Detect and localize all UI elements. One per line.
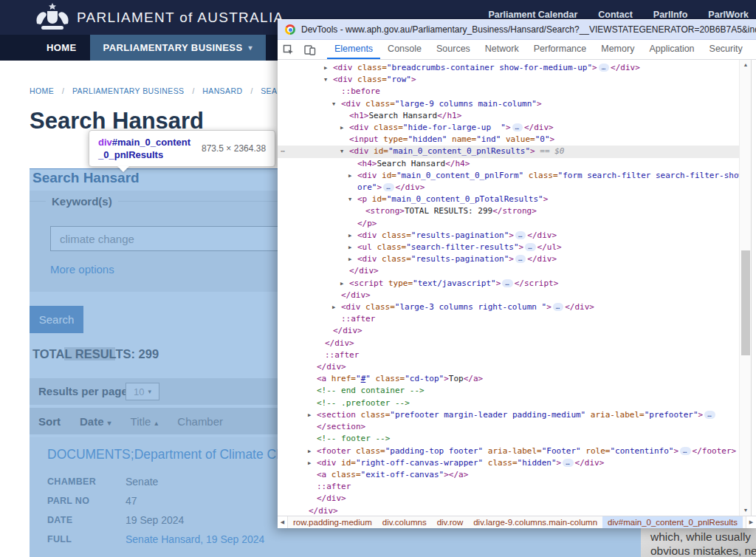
expand-arrow-icon[interactable]: ▶ [348,242,357,253]
more-options-link[interactable]: More options [50,263,114,276]
expand-arrow-icon[interactable]: ▶ [348,170,357,182]
expand-ellipsis-button[interactable]: … [553,303,563,311]
expand-ellipsis-button[interactable]: … [502,279,512,287]
devtools-breadcrumb-item[interactable]: row.padding-medium [288,516,377,528]
devtools-tree-row[interactable]: ore">…</div> [278,182,739,194]
devtools-tree-row[interactable]: ▼<div class="row"> [278,74,739,86]
devtools-tree-row[interactable]: </p> [278,218,739,230]
tab-performance[interactable]: Performance [526,40,594,59]
devtools-tree-row[interactable]: ▶<ul class="search-filter-results">…</ul… [278,242,739,253]
tab-lig[interactable]: Lig [750,40,756,59]
scroll-down-icon[interactable]: ▼ [740,505,752,516]
devtools-tree-row[interactable]: ▼<p id="main_0_content_0_pTotalResults"> [278,194,739,205]
devtools-tree-row[interactable]: ▶<script type="text/javascript">…</scrip… [278,278,739,290]
devtools-tree-row[interactable]: ▶<div class="results-pagination">…</div> [278,253,739,265]
expand-ellipsis-button[interactable]: … [512,123,523,131]
utility-link[interactable]: Parliament Calendar [488,10,577,20]
devtools-tree-row[interactable]: </div> [278,338,739,349]
expand-ellipsis-button[interactable]: … [383,183,394,191]
devtools-tree-row[interactable]: </div> [278,290,739,301]
expand-ellipsis-button[interactable]: … [599,64,609,72]
expand-ellipsis-button[interactable]: … [704,411,715,419]
devtools-breadcrumb-item[interactable]: div#main_0_content_0_pnlResults [602,516,743,528]
expand-arrow-icon[interactable]: ▶ [308,409,317,421]
expand-arrow-icon[interactable]: ▶ [340,122,349,134]
expand-arrow-icon[interactable]: ▶ [324,62,333,74]
devtools-tree-row[interactable]: ▶<footer class="padding-top footer" aria… [278,445,739,457]
tab-console[interactable]: Console [380,40,429,59]
devtools-tree-row[interactable]: ▶<div class="hide-for-large-up ">…</div> [278,122,739,134]
devtools-tree-row[interactable]: ▼<div class="large-9 columns main-column… [278,98,739,110]
devtools-tree-row[interactable]: ::after [278,313,739,325]
devtools-tree-row[interactable]: </div> [278,505,739,516]
devtools-tree-row[interactable]: ▶<div class="large-3 columns right-colum… [278,301,739,313]
devtools-scrollbar[interactable]: ▲ ▼ [739,60,751,516]
tab-elements[interactable]: Elements [327,40,380,59]
expand-ellipsis-button[interactable]: … [563,459,573,467]
utility-link[interactable]: Contact [598,10,633,20]
breadcrumb-link[interactable]: HOME [30,86,54,95]
sort-option-title[interactable]: Title▴ [131,415,159,428]
devtools-tree-row[interactable]: </div> [278,325,739,337]
nav-item-home[interactable]: HOME [33,35,90,61]
breadcrumb-link[interactable]: PARLIAMENTARY BUSINESS [72,86,185,95]
utility-link[interactable]: ParlWork [708,10,749,20]
devtools-tree-row[interactable]: <h4>Search Hansard</h4> [278,158,739,170]
scroll-up-icon[interactable]: ▲ [740,60,752,70]
devtools-tree-row[interactable]: <h1>Search Hansard</h1> [278,110,739,122]
expand-ellipsis-button[interactable]: … [525,243,535,251]
devtools-tree-row[interactable]: ::after [278,481,739,493]
expand-arrow-open-icon[interactable]: ▼ [324,74,333,86]
breadcrumb-left-arrow[interactable]: ◀ [278,516,288,528]
devtools-tree-row[interactable]: <input type="hidden" name="ind" value="0… [278,134,739,146]
sort-option-date[interactable]: Date▾ [80,415,111,428]
devtools-tree-row[interactable]: ▼<div id="main_0_content_0_pnlResults"> … [278,146,739,157]
expand-arrow-icon[interactable]: ▶ [340,278,349,290]
devtools-tree-row[interactable]: </div> [278,493,739,505]
devtools-tree-row[interactable]: ▶<section class="prefooter margin-leader… [278,409,739,421]
utility-link[interactable]: ParlInfo [653,10,688,20]
expand-arrow-open-icon[interactable]: ▼ [332,98,341,110]
devtools-tree-row[interactable]: <!-- end container --> [278,385,739,397]
tab-memory[interactable]: Memory [594,40,642,59]
devtools-tree-row[interactable]: </div> [278,361,739,373]
devtools-tree-row[interactable]: ::after [278,349,739,361]
devtools-tree-row[interactable]: <!-- .prefooter --> [278,397,739,409]
device-toolbar-button[interactable] [299,40,321,59]
devtools-titlebar[interactable]: DevTools - www.aph.gov.au/Parliamentary_… [278,20,756,40]
devtools-tree-row[interactable]: ▶<div class="results-pagination">…</div> [278,230,739,242]
expand-arrow-open-icon[interactable]: ▼ [340,146,349,157]
scrollbar-thumb[interactable] [741,250,750,355]
expand-arrow-icon[interactable]: ▶ [348,230,357,242]
expand-arrow-open-icon[interactable]: ▼ [348,194,357,205]
devtools-tree-row[interactable]: <!-- footer --> [278,433,739,445]
devtools-breadcrumb-item[interactable]: div.row [432,516,469,528]
search-button[interactable]: Search [30,306,83,333]
expand-ellipsis-button[interactable]: … [515,231,526,239]
devtools-breadcrumb-item[interactable]: div.columns [377,516,432,528]
expand-arrow-icon[interactable]: ▶ [332,301,341,313]
tab-network[interactable]: Network [478,40,526,59]
devtools-tree-row[interactable]: <strong>TOTAL RESULTS: 299</strong> [278,205,739,217]
devtools-tree-row[interactable]: <a class="exit-off-canvas"></a> [278,469,739,481]
tab-security[interactable]: Security [702,40,750,59]
expand-arrow-icon[interactable]: ▶ [348,253,357,265]
field-value-link[interactable]: Senate Hansard, 19 Sep 2024 [126,533,264,545]
devtools-breadcrumb-item[interactable]: div.large-9.columns.main-column [468,516,602,528]
result-title-link[interactable]: DOCUMENTS;Department of Climate Change [47,447,312,462]
inspect-element-button[interactable] [278,40,299,59]
breadcrumb-link[interactable]: HANSARD [202,86,242,95]
devtools-tree-row[interactable]: ▶<div class="breadcrumbs-container show-… [278,62,739,74]
expand-ellipsis-button[interactable]: … [680,447,690,455]
devtools-tree-row[interactable]: ▶<div id="right-off-canvas-wrapper" clas… [278,457,739,469]
tab-application[interactable]: Application [642,40,701,59]
sort-option-chamber[interactable]: Chamber [177,415,223,428]
devtools-tree-row[interactable]: </div> [278,265,739,277]
breadcrumb-right-arrow[interactable]: ▶ [746,516,756,528]
results-per-page-select[interactable]: 10 ▾ [126,383,159,400]
devtools-tree-row[interactable]: ::before [278,86,739,98]
expand-arrow-icon[interactable]: ▶ [308,457,317,469]
devtools-tree-row[interactable]: <a href="#" class="cd-top">Top</a> [278,373,739,385]
devtools-tree-row[interactable]: </section> [278,421,739,433]
nav-item-parliamentary-business[interactable]: PARLIAMENTARY BUSINESS▾ [90,35,266,61]
